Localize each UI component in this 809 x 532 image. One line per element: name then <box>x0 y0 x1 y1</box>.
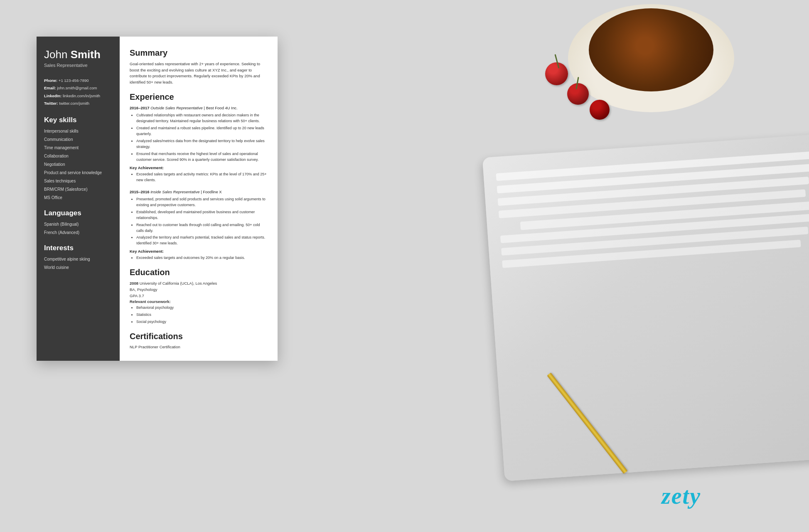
summary-text: Goal-oriented sales representative with … <box>130 61 268 86</box>
zety-logo: zety <box>661 483 701 509</box>
interests-list: Competitive alpine skiingWorld cuisine <box>44 256 112 271</box>
exp-bullets: Cultivated relationships with restaurant… <box>130 113 268 163</box>
exp-bullet: Reached out to customer leads through co… <box>136 222 268 234</box>
skills-list: Interpersonal skillsCommunicationTime ma… <box>44 128 112 201</box>
education-section: 2008 University of California (UCLA), Lo… <box>130 281 268 325</box>
contact-section: Phone: +1 123-456-7890 Email: john.smith… <box>44 78 112 106</box>
last-name: Smith <box>71 48 101 61</box>
skill-item: Sales techniques <box>44 178 112 184</box>
twitter-contact: Twitter: twitter.com/jsmith <box>44 101 112 106</box>
edu-degree: BA, Psychology <box>130 287 268 293</box>
education-title: Education <box>130 268 268 277</box>
exp-header: 2016–2017 Outside Sales Representative |… <box>130 105 268 111</box>
skill-item: Negotiation <box>44 162 112 167</box>
skill-item: Time management <box>44 145 112 151</box>
edu-coursework-list: Behavioral psychologyStatisticsSocial ps… <box>130 305 268 325</box>
edu-header: 2008 University of California (UCLA), Lo… <box>130 281 268 287</box>
cherry-3 <box>590 100 610 120</box>
linkedin-label: LinkedIn: <box>44 94 61 98</box>
certification-item: NLP Practitioner Certification <box>130 345 268 349</box>
skill-item: MS Office <box>44 195 112 201</box>
edu-coursework-label: Relevant coursework: <box>130 299 268 305</box>
exp-bullet: Presented, promoted and sold products an… <box>136 197 268 208</box>
resume-main: Summary Goal-oriented sales representati… <box>120 37 278 361</box>
edu-coursework-item: Statistics <box>136 312 268 318</box>
languages-list: Spanish (Bilingual)French (Advanced) <box>44 222 112 236</box>
cherry-stem-1 <box>555 54 560 69</box>
key-achievement-bullets: Exceeded sales targets and activity metr… <box>130 172 268 183</box>
twitter-label: Twitter: <box>44 101 58 106</box>
tea-cup <box>589 8 713 91</box>
languages-title: Languages <box>44 209 112 217</box>
exp-header: 2015–2016 Inside Sales Representative | … <box>130 189 268 195</box>
tea-saucer <box>568 4 734 112</box>
education-entry: 2008 University of California (UCLA), Lo… <box>130 281 268 325</box>
linkedin-value: linkedin.com/in/jsmith <box>63 94 100 98</box>
experience-entry: 2016–2017 Outside Sales Representative |… <box>130 105 268 183</box>
key-skills-title: Key skills <box>44 116 112 124</box>
interest-item: World cuisine <box>44 265 112 271</box>
linkedin-contact: LinkedIn: linkedin.com/in/jsmith <box>44 93 112 99</box>
skill-item: Product and service knowledge <box>44 170 112 176</box>
exp-bullet: Analyzed the territory and market's pote… <box>136 235 268 246</box>
edu-year: 2008 <box>130 281 138 286</box>
summary-title: Summary <box>130 48 268 58</box>
cherry-2 <box>567 83 589 105</box>
job-title: Sales Representative <box>44 63 112 68</box>
email-label: Email: <box>44 86 56 90</box>
resume-sidebar: John Smith Sales Representative Phone: +… <box>37 37 120 361</box>
first-name: John <box>44 48 67 61</box>
cherry-stem-2 <box>575 77 579 89</box>
edu-gpa: GPA 3.7 <box>130 293 268 299</box>
phone-contact: Phone: +1 123-456-7890 <box>44 78 112 83</box>
exp-bullet: Ensured that merchants receive the highe… <box>136 151 268 163</box>
key-achievement-label: Key Achievement: <box>130 249 268 254</box>
email-contact: Email: john.smith@gmail.com <box>44 85 112 91</box>
skill-item: Communication <box>44 137 112 143</box>
certifications-title: Certifications <box>130 332 268 341</box>
experience-section: 2016–2017 Outside Sales Representative |… <box>130 105 268 261</box>
edu-coursework-item: Behavioral psychology <box>136 305 268 311</box>
pen <box>547 372 627 474</box>
phone-label: Phone: <box>44 78 57 83</box>
keyboard <box>482 134 809 481</box>
key-achievement-bullets: Exceeded sales targets and outcomes by 2… <box>130 255 268 261</box>
skill-item: BRM/CRM (Salesforce) <box>44 187 112 192</box>
edu-coursework-item: Social psychology <box>136 319 268 325</box>
exp-bullet: Analyzed sales/metrics data from the des… <box>136 138 268 150</box>
language-item: French (Advanced) <box>44 230 112 236</box>
exp-bullet: Created and maintained a robust sales pi… <box>136 126 268 137</box>
skill-item: Interpersonal skills <box>44 128 112 134</box>
exp-bullets: Presented, promoted and sold products an… <box>130 197 268 247</box>
email-value: john.smith@gmail.com <box>57 86 97 90</box>
skill-item: Collaboration <box>44 153 112 159</box>
interest-item: Competitive alpine skiing <box>44 256 112 262</box>
key-achievement-text: Exceeded sales targets and activity metr… <box>136 172 268 183</box>
key-achievement-text: Exceeded sales targets and outcomes by 2… <box>136 255 268 261</box>
resume-document: John Smith Sales Representative Phone: +… <box>37 37 278 361</box>
interests-title: Interests <box>44 244 112 252</box>
key-achievement-label: Key Achievement: <box>130 165 268 170</box>
phone-value: +1 123-456-7890 <box>59 78 89 83</box>
candidate-name: John Smith <box>44 48 112 61</box>
twitter-value: twitter.com/jsmith <box>59 101 89 106</box>
exp-bullet: Established, developed and maintained po… <box>136 209 268 221</box>
cherry-1 <box>545 62 568 85</box>
experience-title: Experience <box>130 92 268 102</box>
exp-bullet: Cultivated relationships with restaurant… <box>136 113 268 124</box>
language-item: Spanish (Bilingual) <box>44 222 112 227</box>
experience-entry: 2015–2016 Inside Sales Representative | … <box>130 189 268 261</box>
certifications-section: NLP Practitioner Certification <box>130 345 268 349</box>
